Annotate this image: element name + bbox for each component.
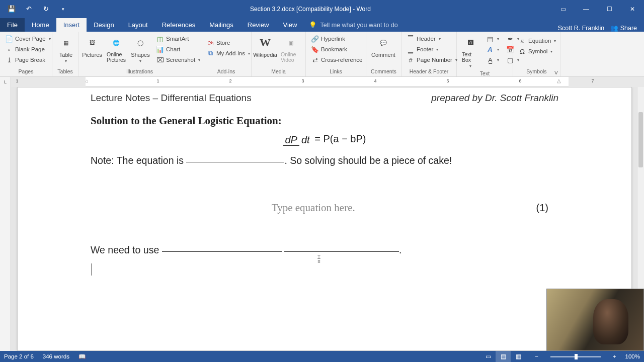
collapse-ribbon-icon[interactable]: ᐯ bbox=[554, 70, 558, 75]
wikipedia-button[interactable]: WWikipedia bbox=[254, 33, 277, 60]
group-pages-label: Pages bbox=[2, 68, 50, 76]
tell-me-search[interactable]: 💡 Tell me what you want to do bbox=[304, 18, 403, 32]
eq-denominator: dt bbox=[299, 134, 312, 145]
comment-button[interactable]: 💬Comment bbox=[368, 33, 398, 60]
ruler-tick: 7 bbox=[591, 78, 594, 83]
read-mode-icon[interactable]: ▭ bbox=[480, 351, 496, 362]
share-button[interactable]: 👥 Share bbox=[610, 24, 637, 32]
page-number-icon: # bbox=[407, 56, 415, 64]
undo-icon[interactable]: ↶ bbox=[22, 3, 35, 16]
status-words[interactable]: 346 words bbox=[43, 353, 69, 359]
text-box-button[interactable]: 🅰Text Box▾ bbox=[459, 33, 482, 70]
screenshot-button[interactable]: ⌧Screenshot bbox=[153, 55, 203, 65]
group-tables-label: Tables bbox=[54, 68, 76, 76]
text-box-label: Text Box bbox=[462, 52, 479, 63]
zoom-level[interactable]: 100% bbox=[625, 353, 640, 359]
proofing-icon[interactable]: 📖 bbox=[78, 353, 86, 360]
print-layout-icon[interactable]: ▤ bbox=[496, 351, 511, 362]
zoom-out-icon[interactable]: − bbox=[535, 353, 538, 359]
need-pre: We need to use bbox=[91, 244, 162, 255]
status-bar: Page 2 of 6 346 words 📖 ▭ ▤ ▦ − + 100% bbox=[0, 351, 644, 362]
cross-reference-button[interactable]: ⇄Cross-reference bbox=[308, 55, 365, 65]
wordart-button[interactable]: A bbox=[483, 44, 502, 54]
save-icon[interactable]: 💾 bbox=[5, 3, 18, 16]
zoom-thumb[interactable] bbox=[575, 354, 578, 359]
tab-file[interactable]: File bbox=[0, 18, 25, 32]
right-indent-marker-icon[interactable]: △ bbox=[557, 78, 561, 83]
user-name[interactable]: Scott R. Franklin bbox=[558, 25, 604, 32]
equation-button[interactable]: πEquation bbox=[515, 36, 559, 46]
tab-review[interactable]: Review bbox=[240, 18, 276, 32]
smartart-label: SmartArt bbox=[166, 36, 189, 42]
page-number-button[interactable]: #Page Number bbox=[404, 55, 460, 65]
maximize-icon[interactable]: ☐ bbox=[598, 0, 621, 18]
vertical-ruler[interactable] bbox=[0, 87, 11, 351]
document-page[interactable]: Lecture Notes – Differential Equations p… bbox=[17, 87, 632, 351]
web-layout-icon[interactable]: ▦ bbox=[511, 351, 526, 362]
hyperlink-button[interactable]: 🔗Hyperlink bbox=[308, 34, 365, 44]
horizontal-ruler[interactable]: L ⌂ △ 1 1 2 3 4 5 6 7 bbox=[0, 77, 644, 87]
tab-layout[interactable]: Layout bbox=[121, 18, 155, 32]
group-header-footer-label: Header & Footer bbox=[404, 68, 454, 76]
qat-customize-icon[interactable]: ▾ bbox=[56, 3, 69, 16]
bookmark-button[interactable]: 🔖Bookmark bbox=[308, 44, 365, 54]
footer-label: Footer bbox=[417, 46, 433, 52]
zoom-in-icon[interactable]: + bbox=[613, 353, 616, 359]
footer-button[interactable]: ▁Footer bbox=[404, 44, 460, 54]
equation-placeholder[interactable]: Type equation here. bbox=[91, 202, 536, 214]
tab-references[interactable]: References bbox=[155, 18, 202, 32]
tab-selector[interactable]: L bbox=[0, 77, 11, 87]
tab-mailings[interactable]: Mailings bbox=[202, 18, 240, 32]
page-break-button[interactable]: ⤓Page Break bbox=[2, 55, 54, 65]
page-header-right: prepared by Dr. Scott Franklin bbox=[431, 93, 558, 104]
tab-home[interactable]: Home bbox=[25, 18, 56, 32]
addins-icon: ⧉ bbox=[206, 49, 214, 57]
mouse-ibeam-icon: ⌶ ≡ bbox=[317, 254, 320, 263]
redo-icon[interactable]: ↻ bbox=[39, 3, 52, 16]
eq-numerator: dP bbox=[283, 134, 299, 146]
smartart-button[interactable]: ◫SmartArt bbox=[153, 34, 203, 44]
page-break-icon: ⤓ bbox=[5, 56, 13, 64]
scrollbar-thumb[interactable] bbox=[638, 112, 643, 167]
symbol-icon: Ω bbox=[518, 47, 526, 55]
drop-cap-icon: A̲ bbox=[486, 56, 494, 64]
store-button[interactable]: 🛍Store bbox=[203, 38, 253, 48]
hyperlink-label: Hyperlink bbox=[321, 36, 345, 42]
ruler-tick: 6 bbox=[519, 78, 521, 83]
note-pre: Note: The equation is bbox=[91, 155, 186, 166]
comment-icon: 💬 bbox=[375, 35, 391, 51]
shapes-button[interactable]: ◯Shapes▾ bbox=[129, 33, 152, 65]
indent-marker-icon[interactable]: ⌂ bbox=[86, 78, 89, 83]
header-button[interactable]: ▔Header bbox=[404, 34, 460, 44]
table-icon: ▦ bbox=[58, 35, 74, 51]
blank-underline bbox=[162, 251, 282, 252]
pictures-button[interactable]: 🖼Pictures bbox=[80, 33, 104, 60]
table-button[interactable]: ▦ Table ▾ bbox=[54, 33, 77, 65]
equation-label: Equation bbox=[528, 38, 551, 44]
ruler-tick: 5 bbox=[446, 78, 449, 83]
tab-insert[interactable]: Insert bbox=[56, 18, 87, 32]
tab-view[interactable]: View bbox=[276, 18, 304, 32]
group-text-label: Text bbox=[459, 70, 511, 76]
symbol-button[interactable]: ΩSymbol bbox=[515, 46, 559, 56]
cover-page-button[interactable]: 📄Cover Page bbox=[2, 34, 54, 44]
status-page[interactable]: Page 2 of 6 bbox=[4, 353, 34, 359]
minimize-icon[interactable]: — bbox=[575, 0, 598, 18]
close-icon[interactable]: ✕ bbox=[621, 0, 644, 18]
blank-page-button[interactable]: ▫Blank Page bbox=[2, 44, 54, 54]
cross-ref-label: Cross-reference bbox=[321, 57, 362, 63]
chart-label: Chart bbox=[166, 46, 180, 52]
blank-page-label: Blank Page bbox=[15, 46, 45, 52]
quick-parts-button[interactable]: ▤ bbox=[483, 34, 502, 44]
pictures-icon: 🖼 bbox=[84, 35, 100, 51]
chart-button[interactable]: 📊Chart bbox=[153, 44, 203, 54]
online-pictures-button[interactable]: 🌐Online Pictures bbox=[105, 33, 128, 65]
group-symbols-label: Symbols bbox=[515, 68, 558, 76]
my-addins-button[interactable]: ⧉My Add-ins bbox=[203, 48, 253, 58]
zoom-slider[interactable] bbox=[550, 356, 601, 357]
drop-cap-button[interactable]: A̲ bbox=[483, 55, 502, 65]
ribbon-display-icon[interactable]: ▭ bbox=[551, 0, 575, 18]
tab-design[interactable]: Design bbox=[87, 18, 121, 32]
my-addins-label: My Add-ins bbox=[216, 50, 245, 56]
shapes-label: Shapes bbox=[131, 52, 149, 58]
